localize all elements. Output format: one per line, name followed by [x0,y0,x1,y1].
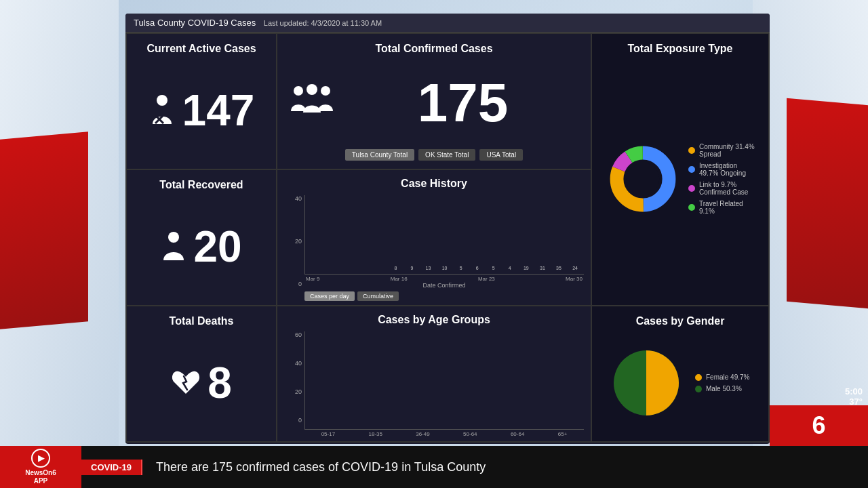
legend-dot-female [695,374,702,381]
confirmed-cases-value: 175 [346,76,580,130]
legend-male: Male 50.3% [695,385,749,392]
tab-usa-total[interactable]: USA Total [479,149,523,161]
history-x-axis-label: Date Confirmed [304,282,584,289]
deaths-title: Total Deaths [138,314,265,327]
deaths-card: Total Deaths 8 [127,306,276,441]
recovered-icon [161,230,186,263]
legend-dot-investigation [688,166,695,173]
legend-community: Community 31.4% Spread [688,143,755,158]
gender-title: Cases by Gender [603,314,757,327]
legend-dot-male [695,386,702,392]
legend-label-link: Link to 9.7% Confirmed Case [699,181,755,196]
age-y-axis: 60 40 20 0 [284,331,302,424]
exposure-donut [606,142,680,216]
legend-label-community: Community 31.4% Spread [699,143,755,158]
newsOn6-label: NewsOn6APP [25,469,56,485]
btn-cases-per-day[interactable]: Cases per day [304,291,355,301]
dashboard-title: Tulsa County COVID-19 Cases [134,18,256,28]
history-chart-buttons: Cases per day Cumulative [304,291,584,301]
newsOn6-logo: ▶ NewsOn6APP [0,446,81,488]
confirmed-cases-card: Total Confirmed Cases 175 [277,34,591,169]
recovered-card: Total Recovered 20 [127,170,276,305]
gender-card: Cases by Gender Female 49.7% M [592,306,768,441]
legend-label-female: Female 49.7% [706,373,749,381]
legend-dot-community [688,147,695,154]
time-display: 5:00 [845,386,863,396]
deaths-icon [171,368,201,398]
gender-pie [606,342,687,424]
red-stripe-right [787,98,868,308]
confirmed-icon [288,84,336,121]
svg-point-5 [321,86,330,96]
recovered-number: 20 [138,197,265,297]
gender-chart: Female 49.7% Male 50.3% [603,333,757,433]
deaths-value: 8 [208,361,232,405]
red-stripe-left [0,131,88,329]
history-bars: 8 9 13 10 5 6 5 4 19 31 35 24 [304,195,584,274]
age-groups-card: Cases by Age Groups 60 40 20 0 [277,306,591,441]
svg-point-4 [307,84,317,95]
newsOn6-icon: ▶ [31,449,50,468]
legend-link: Link to 9.7% Confirmed Case [688,181,755,196]
active-cases-value: 147 [182,89,255,132]
recovered-title: Total Recovered [138,178,265,191]
exposure-chart: Community 31.4% Spread Investigation 49.… [603,60,757,297]
active-cases-number: 147 [138,60,265,161]
recovered-value: 20 [193,225,241,268]
tab-ok-state[interactable]: OK State Total [418,149,475,161]
temp-display: 37° [845,396,863,407]
dashboard-grid: Current Active Cases 147 Total Confirmed… [125,33,770,443]
news-ticker: There are 175 confirmed cases of COVID-1… [142,460,868,474]
confirmed-cases-title: Total Confirmed Cases [288,42,580,55]
legend-travel: Travel Related 9.1% [688,200,755,215]
svg-point-3 [294,86,303,96]
history-x-labels: Mar 9 Mar 16 Mar 23 Mar 30 [304,276,584,282]
dashboard-header: Tulsa County COVID-19 Cases Last updated… [125,14,770,33]
legend-investigation: Investigation 49.7% Ongoing [688,162,755,177]
exposure-card: Total Exposure Type [592,34,768,305]
covid-badge: COVID-19 [81,460,142,475]
exposure-title: Total Exposure Type [603,42,757,55]
confirmed-content: 175 [288,60,580,145]
age-bars [304,331,584,430]
svg-point-0 [157,95,167,106]
dashboard: Tulsa County COVID-19 Cases Last updated… [125,14,770,444]
deaths-number: 8 [138,333,265,433]
legend-female: Female 49.7% [695,373,749,381]
svg-point-11 [168,232,179,243]
legend-label-male: Male 50.3% [706,385,742,392]
channel6-badge: 6 [770,405,868,446]
legend-dot-travel [688,204,695,211]
svg-point-10 [627,162,659,195]
legend-dot-link [688,185,695,192]
exposure-legend: Community 31.4% Spread Investigation 49.… [688,143,755,215]
tab-tulsa-county[interactable]: Tulsa County Total [345,149,414,161]
btn-cumulative[interactable]: Cumulative [357,291,399,301]
age-x-labels: 05-17 18-35 36-49 50-64 60-64 65+ [304,431,584,437]
history-y-axis: 40 20 0 [284,195,302,287]
legend-label-travel: Travel Related 9.1% [699,200,755,215]
active-cases-title: Current Active Cases [138,42,265,55]
case-history-title: Case History [284,177,584,190]
channel6-number: 6 [812,413,825,438]
confirmed-tabs: Tulsa County Total OK State Total USA To… [288,149,580,161]
time-temp: 5:00 37° [845,386,863,407]
people-icon-group [288,84,336,121]
gender-legend: Female 49.7% Male 50.3% [695,373,749,392]
covid-label: COVID-19 [91,462,132,472]
age-groups-title: Cases by Age Groups [284,313,584,326]
case-history-card: Case History 40 20 0 8 9 [277,170,591,305]
legend-label-investigation: Investigation 49.7% Ongoing [699,162,755,177]
last-updated: Last updated: 4/3/2020 at 11:30 AM [264,19,382,27]
active-cases-icon [149,94,176,127]
active-cases-card: Current Active Cases 147 [127,34,276,169]
news-bar: ▶ NewsOn6APP COVID-19 There are 175 conf… [0,446,868,488]
